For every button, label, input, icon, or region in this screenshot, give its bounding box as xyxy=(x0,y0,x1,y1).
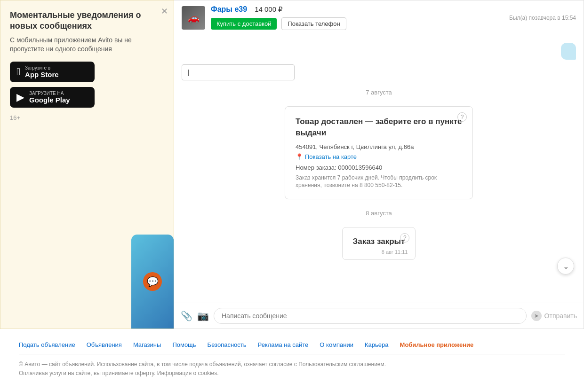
show-phone-button[interactable]: Показать телефон xyxy=(281,17,346,30)
close-button[interactable]: ✕ xyxy=(161,6,168,16)
storage-note: Заказ хранится 7 рабочих дней. Чтобы про… xyxy=(296,174,462,190)
footer-link[interactable]: Подать объявление xyxy=(19,341,75,348)
help-icon-2[interactable]: ? xyxy=(400,233,409,243)
show-on-map-link[interactable]: 📍 Показать на карте xyxy=(296,153,462,160)
chat-panel: 🚗 Фары е39 14 000 ₽ Купить с доставкой П… xyxy=(174,0,584,329)
footer-link[interactable]: Реклама на сайте xyxy=(258,341,309,348)
date-separator-2: 8 августа xyxy=(182,210,576,217)
buy-with-delivery-button[interactable]: Купить с доставкой xyxy=(211,18,277,30)
footer-link[interactable]: Магазины xyxy=(133,341,161,348)
card-timestamp: 8 авг 11:11 xyxy=(382,249,408,255)
order-number: Номер заказа: 0000013596640 xyxy=(296,164,462,171)
scroll-down-button[interactable]: ⌄ xyxy=(557,258,574,274)
google-play-top-label: ЗАГРУЗИТЕ НА xyxy=(29,91,70,96)
google-play-main-label: Google Play xyxy=(29,96,70,104)
outgoing-message xyxy=(561,43,576,60)
notification-panel: ✕ Моментальные уведомления о новых сообщ… xyxy=(0,0,174,329)
camera-icon[interactable]: 📷 xyxy=(197,310,209,321)
footer-link[interactable]: О компании xyxy=(320,341,353,348)
footer-link[interactable]: Помощь xyxy=(172,341,196,348)
footer-links: Подать объявлениеОбъявленияМагазиныПомощ… xyxy=(19,341,565,354)
google-play-icon: ▶ xyxy=(16,91,24,103)
app-store-top-label: Загрузите в xyxy=(25,65,59,71)
chat-messages: 7 августа ? Товар доставлен — заберите е… xyxy=(174,35,584,303)
delivery-address: 454091, Челябинск г, Цвиллинга ул, д.66а xyxy=(296,143,462,150)
date-separator-1: 7 августа xyxy=(182,89,576,96)
send-button[interactable]: ➤ Отправить xyxy=(531,311,577,321)
help-icon[interactable]: ? xyxy=(457,112,467,122)
item-price: 14 000 ₽ xyxy=(255,5,283,14)
send-label: Отправить xyxy=(544,312,577,320)
last-seen-status: Был(а) позавчера в 15:54 xyxy=(509,15,576,21)
attach-icon[interactable]: 📎 xyxy=(181,310,192,321)
chat-icon: 💬 xyxy=(143,272,162,291)
chat-header: 🚗 Фары е39 14 000 ₽ Купить с доставкой П… xyxy=(174,0,584,35)
panel-subtitle: С мобильным приложением Avito вы не проп… xyxy=(10,36,164,54)
pin-icon: 📍 xyxy=(296,153,303,160)
footer-link[interactable]: Объявления xyxy=(87,341,122,348)
apple-icon:  xyxy=(16,66,20,78)
item-thumbnail: 🚗 xyxy=(182,6,205,30)
message-input[interactable] xyxy=(214,308,527,324)
app-store-main-label: App Store xyxy=(25,71,59,78)
delivery-card: ? Товар доставлен — заберите его в пункт… xyxy=(285,106,473,199)
item-title[interactable]: Фары е39 xyxy=(211,5,247,14)
age-label: 16+ xyxy=(10,114,164,121)
chat-input-bar: 📎 📷 ➤ Отправить xyxy=(174,303,584,329)
closed-order-card: ? Заказ закрыт 8 авг 11:11 xyxy=(342,227,416,260)
delivery-card-title: Товар доставлен — заберите его в пункте … xyxy=(296,116,462,139)
footer-link[interactable]: Безопасность xyxy=(208,341,247,348)
google-play-badge[interactable]: ▶ ЗАГРУЗИТЕ НА Google Play xyxy=(10,87,95,108)
item-info: Фары е39 14 000 ₽ Купить с доставкой Пок… xyxy=(211,5,504,30)
footer-link[interactable]: Мобильное приложение xyxy=(400,341,474,348)
panel-title: Моментальные уведомления о новых сообщен… xyxy=(10,10,164,32)
footer-copyright: © Авито — сайт объявлений. Использование… xyxy=(19,360,565,378)
phone-mockup: 💬 xyxy=(131,235,174,329)
footer: Подать объявлениеОбъявленияМагазиныПомощ… xyxy=(0,334,584,378)
send-arrow-icon: ➤ xyxy=(531,311,542,321)
closed-card-title: Заказ закрыт xyxy=(353,237,405,246)
app-store-badge[interactable]:  Загрузите в App Store xyxy=(10,62,95,82)
footer-link[interactable]: Карьера xyxy=(365,341,389,348)
inline-text-input[interactable] xyxy=(182,64,295,80)
